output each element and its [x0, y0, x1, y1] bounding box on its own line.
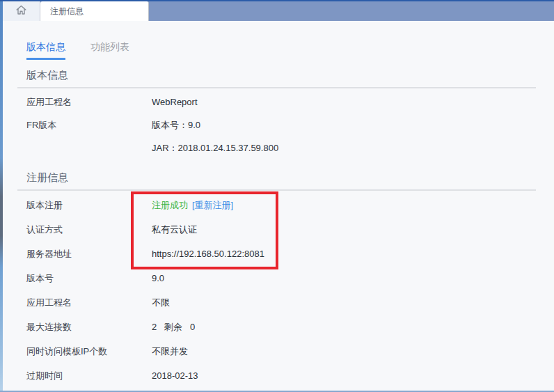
row-value: 不限	[152, 297, 170, 309]
row-value: JAR：2018.01.24.15.37.59.800	[152, 142, 278, 155]
subtab-version-info[interactable]: 版本信息	[26, 42, 65, 60]
row-label: 同时访问模板IP个数	[26, 345, 152, 358]
tab-registration-info[interactable]: 注册信息	[40, 1, 149, 21]
row-value: 9.0	[152, 273, 164, 283]
table-row: 应用工程名 WebReport	[3, 91, 554, 113]
registration-info-rows: 版本注册 注册成功 [重新注册] 认证方式 私有云认证 服务器地址 https:…	[3, 193, 554, 388]
re-register-link[interactable]: [重新注册]	[192, 199, 233, 212]
row-value: 不限并发	[152, 345, 188, 358]
row-label: 最大连接数	[26, 321, 152, 334]
table-row: 服务器地址 https://192.168.50.122:8081	[3, 242, 554, 266]
section-divider	[17, 87, 536, 88]
window-top-edge	[0, 0, 554, 1]
table-row: 版本注册 注册成功 [重新注册]	[3, 193, 554, 217]
table-row: FR版本 版本号：9.0	[3, 113, 554, 136]
row-label: 版本注册	[26, 199, 152, 212]
row-label: FR版本	[26, 119, 152, 132]
table-row: JAR：2018.01.24.15.37.59.800	[3, 136, 554, 159]
table-row: 同时访问模板IP个数 不限并发	[3, 339, 554, 363]
table-row: 版本号 9.0	[3, 266, 554, 290]
row-value: 私有云认证	[152, 224, 197, 236]
window-left-edge	[0, 1, 3, 392]
section-divider	[17, 189, 536, 191]
row-value: WebReport	[152, 97, 198, 107]
row-label: 认证方式	[26, 224, 152, 236]
row-value: 2018-02-13	[152, 370, 198, 381]
row-label: 应用工程名	[26, 96, 152, 109]
row-value: 版本号：9.0	[152, 119, 200, 132]
main-content: 版本信息 功能列表 版本信息 应用工程名 WebReport FR版本 版本号：…	[3, 21, 554, 391]
registration-status: 注册成功	[152, 199, 188, 212]
row-value: 2 剩余 0	[152, 321, 195, 334]
browser-tab-bar: 注册信息	[0, 1, 554, 21]
version-info-rows: 应用工程名 WebReport FR版本 版本号：9.0 JAR：2018.01…	[3, 91, 554, 159]
row-label: 版本号	[26, 272, 152, 285]
section-title-registration-info: 注册信息	[26, 172, 554, 182]
section-title-version-info: 版本信息	[26, 70, 554, 80]
row-label: 过期时间	[26, 370, 152, 382]
table-row: 过期时间 2018-02-13	[3, 363, 554, 388]
home-icon	[15, 3, 28, 19]
row-value: https://192.168.50.122:8081	[152, 249, 264, 259]
row-label: 服务器地址	[26, 248, 152, 260]
tab-label: 注册信息	[50, 6, 84, 17]
row-label: 应用工程名	[26, 297, 152, 309]
subtab-feature-list[interactable]: 功能列表	[90, 42, 129, 60]
table-row: 应用工程名 不限	[3, 290, 554, 315]
table-row: 最大连接数 2 剩余 0	[3, 315, 554, 339]
home-button[interactable]	[3, 1, 40, 21]
subtab-bar: 版本信息 功能列表	[26, 21, 554, 60]
window: 注册信息 版本信息 功能列表 版本信息 应用工程名 WebReport FR版本…	[0, 0, 554, 392]
table-row: 认证方式 私有云认证	[3, 217, 554, 242]
